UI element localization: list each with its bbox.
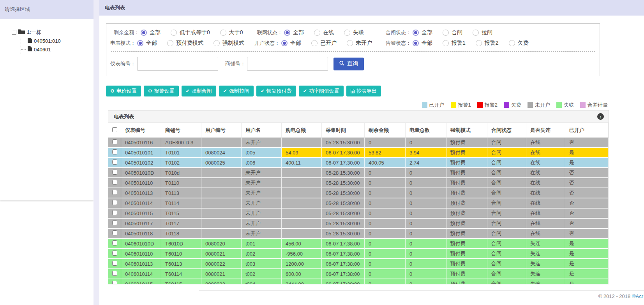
table-cell: 0: [406, 168, 446, 178]
row-checkbox[interactable]: [112, 170, 117, 175]
table-row[interactable]: 040501010DT010d未开户05-28 15:30:0000预付费合闸在…: [108, 168, 609, 178]
radio-option[interactable]: 全部: [413, 40, 432, 47]
radio-option[interactable]: 未开户: [347, 40, 372, 47]
row-checkbox[interactable]: [112, 149, 117, 154]
radio-circle-icon[interactable]: [476, 40, 482, 46]
radio-option[interactable]: 在线: [314, 29, 334, 36]
radio-option[interactable]: 全部: [281, 40, 301, 47]
radio-circle-icon[interactable]: [281, 40, 288, 46]
radio-option[interactable]: 全部: [137, 40, 157, 47]
radio-option-label: 报警1: [452, 40, 466, 47]
column-header: 用户名: [242, 123, 282, 138]
radio-option[interactable]: 全部: [413, 29, 432, 36]
table-row[interactable]: 0405010102T01020080025t006400.1106-07 17…: [108, 158, 609, 168]
table-cell: 否: [565, 168, 609, 178]
radio-option[interactable]: 报警1: [443, 40, 466, 47]
radio-circle-icon[interactable]: [413, 30, 419, 36]
shop-no-input[interactable]: [247, 57, 328, 71]
radio-option[interactable]: 欠费: [509, 40, 529, 47]
table-row[interactable]: 0405010101T01010080024t00554.0906-07 17:…: [108, 148, 609, 158]
row-checkbox[interactable]: [112, 210, 117, 215]
radio-option[interactable]: 报警2: [476, 40, 499, 47]
table-cell: 预付费: [446, 158, 487, 168]
radio-circle-icon[interactable]: [171, 30, 177, 36]
filter-group-label: 合闸状态：: [382, 29, 411, 36]
collapse-panel-button[interactable]: ↑: [597, 113, 604, 120]
radio-circle-icon[interactable]: [443, 30, 449, 36]
restore-prepaid-button[interactable]: ✔恢复预付费: [256, 86, 296, 96]
radio-circle-icon[interactable]: [220, 30, 226, 36]
radio-circle-icon[interactable]: [141, 30, 147, 36]
table-row[interactable]: 0406010115T601150080023t0042444.0006-07 …: [108, 279, 609, 284]
radio-option[interactable]: 合闸: [443, 29, 462, 36]
row-checkbox[interactable]: [112, 160, 117, 165]
radio-option[interactable]: 低于或等于0: [171, 29, 210, 36]
radio-circle-icon[interactable]: [473, 30, 479, 36]
table-row[interactable]: 0405010116ADF300-D 3未开户05-28 15:30:0000预…: [108, 138, 609, 148]
price-settings-button[interactable]: ⚙电价设置: [106, 86, 141, 96]
select-all-checkbox[interactable]: [112, 127, 117, 132]
table-row[interactable]: 0405010113T0113未开户05-28 15:30:0000预付费合闸在…: [108, 188, 609, 198]
meter-table: 仪表编号商铺号用户编号用户名购电总额采集时间剩余金额电量总数强制模式合闸状态是否…: [108, 123, 609, 284]
radio-option[interactable]: 已开户: [311, 40, 337, 47]
radio-option[interactable]: 全部: [284, 29, 304, 36]
radio-circle-icon[interactable]: [443, 40, 449, 46]
tree-root[interactable]: − 1:一栋: [12, 29, 94, 36]
radio-option[interactable]: 强制模式: [213, 40, 244, 47]
radio-circle-icon[interactable]: [314, 30, 320, 36]
radio-circle-icon[interactable]: [509, 40, 515, 46]
row-checkbox[interactable]: [112, 261, 117, 266]
meter-reading-export-button[interactable]: 抄表导出: [346, 86, 381, 96]
row-checkbox[interactable]: [112, 200, 117, 205]
radio-circle-icon[interactable]: [213, 40, 220, 46]
radio-circle-icon[interactable]: [137, 40, 143, 46]
table-cell: 合闸: [487, 188, 526, 198]
table-cell: 456.00: [282, 239, 322, 249]
table-cell: 是: [565, 249, 609, 259]
column-header: 已开户: [565, 123, 609, 138]
table-cell: 合闸: [487, 198, 526, 209]
row-checkbox[interactable]: [112, 139, 117, 144]
row-checkbox[interactable]: [112, 271, 117, 276]
meter-no-input[interactable]: [137, 57, 218, 71]
row-checkbox[interactable]: [112, 251, 117, 256]
table-cell: [282, 178, 322, 188]
table-row[interactable]: 040601010DT6010D0080020t001456.0006-07 1…: [108, 239, 609, 249]
radio-option[interactable]: 失联: [344, 29, 364, 36]
copyright-link[interactable]: ©Acr: [632, 293, 643, 299]
table-row[interactable]: 0406010114T601140080021t002600.0006-07 1…: [108, 269, 609, 279]
table-row[interactable]: 0405010117T0117未开户05-28 15:30:0000预付费合闸在…: [108, 219, 609, 229]
radio-circle-icon[interactable]: [347, 40, 353, 46]
table-row[interactable]: 0405010110T0110未开户05-28 15:30:0000预付费合闸在…: [108, 178, 609, 188]
force-open-switch-button[interactable]: ✔强制拉闸: [219, 86, 254, 96]
collapse-minus-icon[interactable]: −: [12, 30, 16, 35]
tree-node[interactable]: 040501:010: [21, 37, 94, 45]
row-checkbox[interactable]: [112, 230, 117, 235]
row-checkbox[interactable]: [112, 220, 117, 225]
radio-circle-icon[interactable]: [413, 40, 419, 46]
radio-option[interactable]: 全部: [141, 29, 161, 36]
radio-option[interactable]: 大于0: [220, 29, 243, 36]
table-row[interactable]: 0406010113T601130080022t0031200.0006-07 …: [108, 259, 609, 269]
radio-circle-icon[interactable]: [284, 30, 290, 36]
table-row[interactable]: 0405010115T0115未开户05-28 15:30:0000预付费合闸在…: [108, 209, 609, 219]
alarm-settings-button[interactable]: ⚙报警设置: [144, 86, 179, 96]
row-checkbox[interactable]: [112, 190, 117, 195]
radio-option[interactable]: 预付费模式: [167, 40, 203, 47]
force-close-switch-button[interactable]: ✔强制合闸: [182, 86, 216, 96]
radio-circle-icon[interactable]: [344, 30, 350, 36]
table-cell: [282, 198, 322, 209]
row-checkbox[interactable]: [112, 240, 117, 245]
table-row[interactable]: 0405010114T0114未开户05-28 15:30:0000预付费合闸在…: [108, 198, 609, 209]
tree-node[interactable]: 040601: [21, 45, 94, 54]
table-row[interactable]: 0405010118T0118未开户05-28 15:30:0000预付费合闸在…: [108, 229, 609, 239]
row-checkbox[interactable]: [112, 180, 117, 185]
radio-circle-icon[interactable]: [311, 40, 318, 46]
power-threshold-button[interactable]: ✔功率阈值设置: [299, 86, 344, 96]
table-row[interactable]: 0406010110T601100080021t002-956.0006-07 …: [108, 249, 609, 259]
table-cell: 0405010110: [121, 178, 161, 188]
search-button[interactable]: 查询: [333, 58, 364, 70]
radio-option[interactable]: 拉闸: [473, 29, 492, 36]
row-checkbox[interactable]: [112, 281, 117, 284]
radio-circle-icon[interactable]: [167, 40, 173, 46]
